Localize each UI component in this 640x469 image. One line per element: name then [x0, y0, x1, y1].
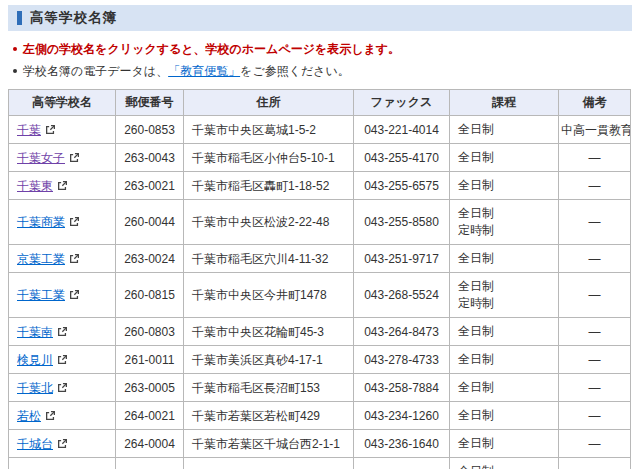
school-link-label: 千葉北 [17, 381, 53, 395]
note-cell: — [559, 200, 631, 245]
table-row: 千葉南 260-0803 千葉市中央区花輪町45-3 043-264-8473 … [9, 318, 631, 346]
school-name-cell: 千葉女子 [9, 144, 116, 172]
external-link-icon [57, 354, 68, 365]
external-link-icon [69, 253, 80, 264]
address-cell: 千葉市稲毛区轟町1-18-52 [184, 172, 354, 200]
external-link-icon [69, 216, 80, 227]
postal-code-cell: 260-0044 [116, 200, 184, 245]
school-link-label: 京葉工業 [17, 252, 65, 266]
header-postal-code: 郵便番号 [116, 90, 184, 116]
school-link[interactable]: 若松 [17, 409, 56, 423]
postal-code-cell: 260-0815 [116, 273, 184, 318]
school-name-cell: 生浜 [9, 458, 116, 469]
table-row: 生浜 260-0823 千葉市中央区塩田町372 043-264-8636 全日… [9, 458, 631, 469]
course-cell: 全日制 [450, 430, 559, 458]
notice-list: 左側の学校名をクリックすると、学校のホームページを表示します。 学校名簿の電子デ… [10, 42, 632, 79]
postal-code-cell: 263-0024 [116, 245, 184, 273]
school-link[interactable]: 千葉工業 [17, 288, 80, 302]
page-title: 高等学校名簿 [30, 10, 117, 26]
accent-bar [17, 11, 22, 25]
school-link[interactable]: 千城台 [17, 437, 68, 451]
school-link[interactable]: 千葉北 [17, 381, 68, 395]
school-name-cell: 千葉 [9, 116, 116, 144]
header-course: 課程 [450, 90, 559, 116]
fax-cell: 043-255-8580 [354, 200, 450, 245]
school-link[interactable]: 京葉工業 [17, 252, 80, 266]
postal-code-cell: 264-0004 [116, 430, 184, 458]
data-notice-suffix: をご参照ください。 [240, 64, 350, 78]
school-link-label: 千葉工業 [17, 288, 65, 302]
address-cell: 千葉市若葉区千城台西2-1-1 [184, 430, 354, 458]
fax-cell: 043-221-4014 [354, 116, 450, 144]
postal-code-cell: 263-0043 [116, 144, 184, 172]
school-link[interactable]: 千葉東 [17, 179, 68, 193]
click-notice-text: 左側の学校名をクリックすると、学校のホームページを表示します。 [23, 42, 400, 56]
table-row: 若松 264-0021 千葉市若葉区若松町429 043-234-1260 全日… [9, 402, 631, 430]
course-cell: 全日制 [450, 144, 559, 172]
address-cell: 千葉市中央区松波2-22-48 [184, 200, 354, 245]
header-fax: ファックス [354, 90, 450, 116]
page-title-bar: 高等学校名簿 [8, 5, 632, 31]
kyoiku-binran-link[interactable]: 「教育便覧」 [168, 64, 240, 78]
school-name-cell: 千葉北 [9, 374, 116, 402]
address-cell: 千葉市中央区塩田町372 [184, 458, 354, 469]
school-link-label: 千葉商業 [17, 215, 65, 229]
address-cell: 千葉市稲毛区小仲台5-10-1 [184, 144, 354, 172]
postal-code-cell: 263-0021 [116, 172, 184, 200]
data-notice: 学校名簿の電子データは、「教育便覧」をご参照ください。 [10, 64, 632, 79]
school-link[interactable]: 千葉女子 [17, 151, 80, 165]
note-cell: — [559, 374, 631, 402]
school-link[interactable]: 千葉 [17, 123, 56, 137]
fax-cell: 043-255-4170 [354, 144, 450, 172]
address-cell: 千葉市若葉区若松町429 [184, 402, 354, 430]
note-cell: — [559, 245, 631, 273]
school-name-cell: 検見川 [9, 346, 116, 374]
table-row: 千葉女子 263-0043 千葉市稲毛区小仲台5-10-1 043-255-41… [9, 144, 631, 172]
address-cell: 千葉市中央区花輪町45-3 [184, 318, 354, 346]
school-link[interactable]: 検見川 [17, 353, 68, 367]
school-link-label: 千葉南 [17, 325, 53, 339]
school-name-cell: 千葉工業 [9, 273, 116, 318]
postal-code-cell: 263-0005 [116, 374, 184, 402]
click-notice: 左側の学校名をクリックすると、学校のホームページを表示します。 [10, 42, 632, 57]
note-cell: — [559, 273, 631, 318]
fax-cell: 043-255-6575 [354, 172, 450, 200]
fax-cell: 043-234-1260 [354, 402, 450, 430]
header-note: 備考 [559, 90, 631, 116]
external-link-icon [45, 124, 56, 135]
school-link[interactable]: 千葉商業 [17, 215, 80, 229]
course-cell: 全日制 [450, 346, 559, 374]
external-link-icon [69, 152, 80, 163]
external-link-icon [45, 410, 56, 421]
note-cell: — [559, 144, 631, 172]
fax-cell: 043-258-7884 [354, 374, 450, 402]
table-row: 京葉工業 263-0024 千葉市稲毛区穴川4-11-32 043-251-97… [9, 245, 631, 273]
fax-cell: 043-251-9717 [354, 245, 450, 273]
table-row: 検見川 261-0011 千葉市美浜区真砂4-17-1 043-278-4733… [9, 346, 631, 374]
school-name-cell: 千葉南 [9, 318, 116, 346]
course-cell: 全日制定時制 [450, 200, 559, 245]
header-school-name: 高等学校名 [9, 90, 116, 116]
note-cell: — [559, 346, 631, 374]
postal-code-cell: 260-0823 [116, 458, 184, 469]
school-link-label: 千葉女子 [17, 151, 65, 165]
course-cell: 全日制 [450, 402, 559, 430]
address-cell: 千葉市中央区今井町1478 [184, 273, 354, 318]
course-cell: 全日制定時制（三部制） [450, 458, 559, 469]
school-link-label: 若松 [17, 409, 41, 423]
external-link-icon [69, 289, 80, 300]
fax-cell: 043-264-8473 [354, 318, 450, 346]
school-link-label: 検見川 [17, 353, 53, 367]
school-link[interactable]: 千葉南 [17, 325, 68, 339]
table-row: 千葉商業 260-0044 千葉市中央区松波2-22-48 043-255-85… [9, 200, 631, 245]
note-cell: — [559, 402, 631, 430]
address-cell: 千葉市稲毛区穴川4-11-32 [184, 245, 354, 273]
external-link-icon [57, 180, 68, 191]
note-cell: 中高一貫教育 [559, 116, 631, 144]
course-cell: 全日制定時制 [450, 273, 559, 318]
external-link-icon [57, 382, 68, 393]
note-cell: — [559, 458, 631, 469]
postal-code-cell: 264-0021 [116, 402, 184, 430]
external-link-icon [57, 326, 68, 337]
table-row: 千城台 264-0004 千葉市若葉区千城台西2-1-1 043-236-164… [9, 430, 631, 458]
